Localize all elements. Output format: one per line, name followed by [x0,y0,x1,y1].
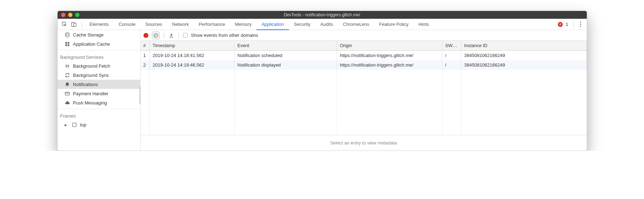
more-menu-icon[interactable] [579,20,583,28]
col-header-timestamp[interactable]: Timestamp [150,41,235,51]
divider [573,21,574,28]
show-other-domains-checkbox[interactable] [183,33,188,38]
events-table: # Timestamp Event Origin SW … Instance I… [141,41,587,150]
close-window-button[interactable] [61,13,65,17]
tab-audits[interactable]: Audits [315,19,338,30]
record-button[interactable] [143,33,148,38]
sidebar-item-label: Background Sync [73,73,109,78]
sidebar-item-label: Cache Storage [73,32,104,38]
sidebar-bg-notifications[interactable]: Notifications [58,80,140,89]
tab-performance[interactable]: Performance [194,19,230,30]
cell-origin: https://notification-triggers.glitch.me/ [337,51,442,61]
sidebar-bg-push-messaging[interactable]: Push Messaging [58,98,140,107]
tab-console[interactable]: Console [114,19,141,30]
svg-rect-9 [72,123,76,126]
col-header-instance[interactable]: Instance ID [461,41,587,51]
divider [164,32,164,39]
sidebar: Cache StorageApplication Cache Backgroun… [58,30,141,150]
cell-instance: 3845081062166249 [461,51,587,61]
table-header-row: # Timestamp Event Origin SW … Instance I… [141,41,587,51]
sidebar-storage-application-cache[interactable]: Application Cache [58,39,140,49]
transfer-icon [65,63,70,69]
sync-icon [65,72,70,78]
divider [58,50,140,50]
cell-origin: https://notification-triggers.glitch.me/ [337,60,442,70]
minimize-window-button[interactable] [68,13,72,17]
frame-icon [72,122,77,127]
col-header-event[interactable]: Event [235,41,337,51]
sidebar-item-label: Application Cache [73,41,110,47]
cell-sw: / [442,60,461,70]
svg-rect-6 [65,44,67,46]
cell-num: 1 [141,51,150,61]
cell-event: Notification scheduled [235,51,337,61]
tab-application[interactable]: Application [256,19,289,30]
divider [178,32,179,39]
svg-rect-7 [67,44,69,46]
sidebar-header-frames: Frames [58,110,140,120]
download-icon[interactable] [169,33,174,38]
cell-ts: 2019-10-24 14:18:41.562 [150,51,235,61]
svg-rect-5 [67,42,69,44]
device-toolbar-icon[interactable] [71,22,77,27]
maximize-window-button[interactable] [75,13,79,17]
tab-security[interactable]: Security [289,19,315,30]
cell-event: Notification displayed [235,60,337,70]
divider [82,21,82,28]
svg-rect-4 [65,42,67,44]
cell-instance: 3845081062166249 [461,60,587,70]
svg-point-3 [65,33,69,34]
sidebar-item-label: Background Fetch [73,63,111,69]
tab-sources[interactable]: Sources [140,19,167,30]
tab-network[interactable]: Network [167,19,194,30]
card-icon [65,91,70,96]
status-hint: Select an entry to view metadata [141,135,587,150]
cell-sw: / [442,51,461,61]
body: Cache StorageApplication Cache Backgroun… [58,30,587,150]
table-empty-area [141,70,587,135]
panel-tabs: ElementsConsoleSourcesNetworkPerformance… [58,19,587,30]
cloud-icon [65,100,70,106]
svg-rect-2 [73,23,76,26]
sidebar-item-label: Notifications [73,82,98,87]
tab-feature-policy[interactable]: Feature Policy [374,19,413,30]
error-count[interactable]: 1 [566,22,568,27]
sidebar-bg-background-sync[interactable]: Background Sync [58,70,140,80]
tab-hints[interactable]: Hints [413,19,434,30]
bell-icon [65,81,70,87]
cell-num: 2 [141,60,150,70]
window-title: DevTools - notification-triggers.glitch.… [58,12,587,17]
error-icon[interactable]: ✕ [558,22,563,27]
divider [58,109,140,109]
col-header-origin[interactable]: Origin [337,41,442,51]
col-header-sw[interactable]: SW … [442,41,461,51]
tab-chromelens[interactable]: ChromeLens [338,19,374,30]
sidebar-storage-cache-storage[interactable]: Cache Storage [58,30,140,39]
database-icon [65,32,70,38]
sidebar-bg-background-fetch[interactable]: Background Fetch [58,61,140,70]
grid-icon [65,41,70,47]
main-pane: Show events from other domains # Timesta… [141,30,587,150]
titlebar: DevTools - notification-triggers.glitch.… [58,11,587,19]
tab-memory[interactable]: Memory [230,19,256,30]
disclosure-triangle-icon: ▸ [63,122,69,127]
toolbar: Show events from other domains [141,30,587,41]
sidebar-header-background-services: Background Services [58,52,140,61]
show-other-domains-label: Show events from other domains [191,33,258,38]
sidebar-item-label: Payment Handler [73,91,108,96]
svg-rect-8 [65,92,69,95]
table-row[interactable]: 22019-10-24 14:18:46.562Notification dis… [141,60,587,70]
window-controls [61,13,79,17]
table-row[interactable]: 12019-10-24 14:18:41.562Notification sch… [141,51,587,61]
tab-elements[interactable]: Elements [85,19,114,30]
cell-ts: 2019-10-24 14:18:46.562 [150,60,235,70]
frame-label: top [80,122,87,127]
col-header-number[interactable]: # [141,41,150,51]
devtools-window: DevTools - notification-triggers.glitch.… [57,11,587,151]
svg-rect-11 [170,37,173,38]
sidebar-bg-payment-handler[interactable]: Payment Handler [58,89,140,98]
sidebar-item-label: Push Messaging [73,100,107,106]
frame-item-top[interactable]: ▸top [58,120,140,129]
inspect-element-icon[interactable] [62,22,67,27]
clear-button[interactable] [152,32,160,39]
